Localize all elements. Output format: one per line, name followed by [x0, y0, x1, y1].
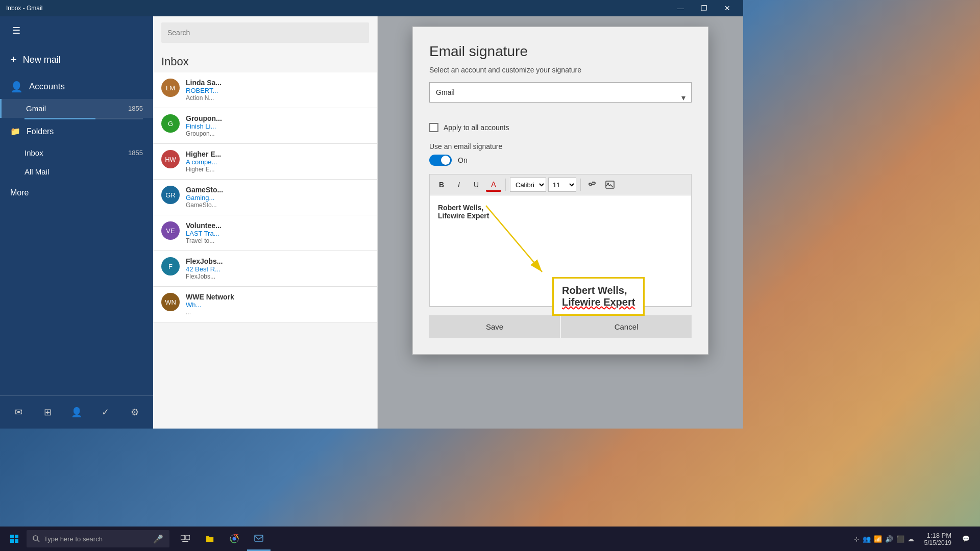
account-select-wrapper: Gmail — [429, 82, 692, 113]
start-button[interactable] — [2, 527, 27, 551]
signature-line1: Robert Wells, — [438, 204, 683, 212]
taskbar-clock[interactable]: 1:18 PM 5/15/2019 — [920, 532, 955, 546]
font-color-button[interactable]: A — [486, 178, 501, 192]
email-sender: FlexJobs... — [186, 257, 369, 265]
hamburger-menu[interactable]: ☰ — [8, 21, 24, 40]
sidebar-item-inbox[interactable]: Inbox 1855 — [0, 143, 153, 162]
email-preview: Groupon... — [186, 130, 369, 137]
email-item[interactable]: LM Linda Sa... ROBERT... Action N... — [153, 72, 377, 108]
taskbar-mail-icon[interactable] — [247, 527, 271, 551]
link-icon — [588, 181, 597, 188]
email-item[interactable]: G Groupon... Finish Li... Groupon... — [153, 108, 377, 144]
taskbar-explorer-icon[interactable] — [198, 527, 222, 551]
email-info: WWE Network Wh... ... — [186, 293, 369, 316]
new-mail-button[interactable]: + New mail — [0, 45, 153, 74]
signature-toggle[interactable] — [429, 155, 452, 166]
font-family-select[interactable]: Calibri — [510, 178, 546, 192]
new-mail-plus-icon: + — [10, 53, 17, 66]
title-bar: Inbox - Gmail — ❐ ✕ — [0, 0, 743, 16]
avatar: LM — [161, 79, 180, 97]
toolbar-separator — [505, 179, 506, 191]
search-input[interactable] — [161, 22, 369, 43]
signature-callout: Robert Wells, Lifewire Expert — [552, 277, 645, 316]
close-button[interactable]: ✕ — [716, 0, 739, 16]
microphone-icon[interactable]: 🎤 — [153, 534, 163, 544]
email-signature-dialog: Email signature Select an account and cu… — [412, 27, 708, 355]
save-button[interactable]: Save — [429, 315, 560, 338]
email-subject: Gaming... — [186, 194, 369, 202]
sidebar-header: ☰ — [0, 16, 153, 45]
gmail-label: Gmail — [26, 104, 46, 113]
email-item[interactable]: GR GameSto... Gaming... GameSto... — [153, 180, 377, 215]
sidebar-item-more[interactable]: More — [0, 181, 153, 205]
dialog-subtitle: Select an account and customize your sig… — [429, 66, 692, 74]
email-preview: Action N... — [186, 94, 369, 102]
insert-image-button[interactable] — [602, 178, 618, 192]
accounts-icon: 👤 — [10, 81, 23, 93]
email-preview: GameSto... — [186, 202, 369, 209]
email-sender: Linda Sa... — [186, 79, 369, 87]
signature-editor[interactable]: Robert Wells, Lifewire Expert Rober — [429, 195, 692, 307]
main-content: Email signature Select an account and cu… — [378, 16, 743, 429]
email-preview: ... — [186, 309, 369, 316]
more-label: More — [10, 188, 29, 197]
avatar: GR — [161, 186, 180, 204]
folder-icon: 📁 — [10, 127, 20, 136]
sidebar-settings-icon[interactable]: ⚙ — [125, 402, 145, 422]
accounts-label: Accounts — [29, 82, 65, 92]
avatar: F — [161, 257, 180, 276]
toggle-thumb — [441, 156, 450, 165]
sidebar-calendar-icon[interactable]: ⊞ — [37, 402, 58, 422]
windows-logo-icon — [10, 535, 18, 543]
chrome-icon — [230, 534, 239, 543]
apply-all-checkbox[interactable] — [429, 123, 438, 132]
account-select[interactable]: Gmail — [429, 82, 692, 103]
accounts-section[interactable]: 👤 Accounts — [0, 74, 153, 99]
minimize-button[interactable]: — — [669, 0, 692, 16]
taskbar-system-icons: ⊹ 👥 📶 🔊 ⬛ ☁ — [850, 535, 918, 543]
app-content: ☰ + New mail 👤 Accounts Gmail 1855 📁 Fol… — [0, 16, 743, 429]
maximize-button[interactable]: ❐ — [692, 0, 716, 16]
sidebar-people-icon[interactable]: 👤 — [66, 402, 87, 422]
new-mail-label: New mail — [23, 55, 61, 65]
email-subject: ROBERT... — [186, 87, 369, 94]
italic-button[interactable]: I — [451, 178, 467, 192]
email-preview: Travel to... — [186, 237, 369, 244]
email-item[interactable]: HW Higher E... A compe... Higher E... — [153, 144, 377, 180]
gmail-count: 1855 — [128, 105, 143, 112]
email-item[interactable]: VE Voluntee... LAST Tra... Travel to... — [153, 215, 377, 251]
battery-icon[interactable]: ⬛ — [896, 535, 904, 543]
folders-section: 📁 Folders — [0, 119, 153, 143]
toggle-row: On — [429, 155, 692, 166]
window-title: Inbox - Gmail — [4, 5, 42, 12]
inbox-label: Inbox — [24, 148, 43, 157]
font-size-select[interactable]: 11 — [548, 178, 576, 192]
sidebar-item-allmail[interactable]: All Mail — [0, 162, 153, 181]
cancel-button[interactable]: Cancel — [561, 315, 692, 338]
email-subject: Finish Li... — [186, 122, 369, 130]
taskbar-taskview-icon[interactable] — [174, 527, 197, 551]
wifi-icon[interactable]: 📶 — [874, 535, 882, 543]
bold-button[interactable]: B — [434, 178, 449, 192]
email-item[interactable]: WN WWE Network Wh... ... — [153, 287, 377, 322]
allmail-label: All Mail — [24, 167, 49, 176]
inbox-count: 1855 — [128, 149, 143, 157]
sidebar-item-gmail[interactable]: Gmail 1855 — [0, 99, 153, 118]
network-icon[interactable]: ⊹ — [854, 535, 860, 543]
insert-link-button[interactable] — [585, 178, 600, 192]
underline-button[interactable]: U — [469, 178, 484, 192]
notification-button[interactable]: 💬 — [958, 527, 974, 551]
people-icon[interactable]: 👥 — [863, 535, 871, 543]
volume-icon[interactable]: 🔊 — [885, 535, 893, 543]
svg-rect-7 — [186, 535, 190, 540]
cloud-icon[interactable]: ☁ — [908, 535, 914, 543]
signature-toolbar: B I U A Calibri 11 — [429, 174, 692, 195]
taskbar-chrome-icon[interactable] — [223, 527, 246, 551]
email-sender: GameSto... — [186, 186, 369, 194]
sidebar-mail-icon[interactable]: ✉ — [8, 402, 29, 422]
avatar: WN — [161, 293, 180, 311]
taskbar-search[interactable]: Type here to search 🎤 — [27, 530, 169, 547]
svg-rect-6 — [181, 535, 185, 540]
email-item[interactable]: F FlexJobs... 42 Best R... FlexJobs... — [153, 251, 377, 287]
sidebar-tasks-icon[interactable]: ✓ — [95, 402, 116, 422]
